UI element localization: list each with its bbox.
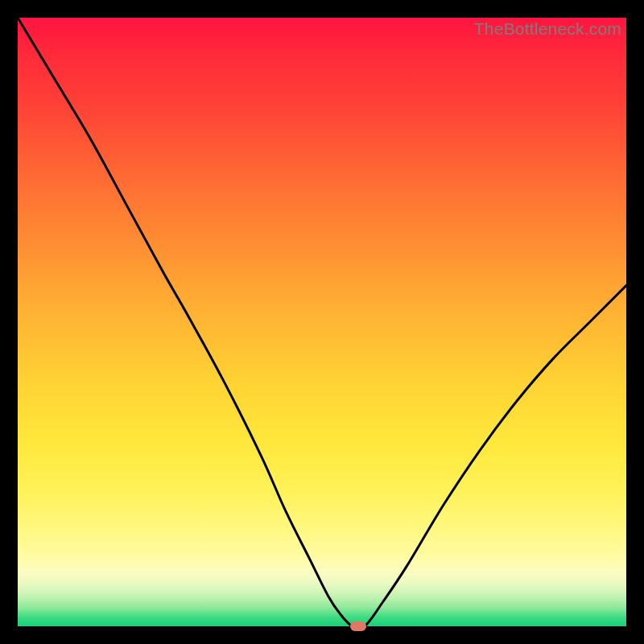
minimum-marker [350, 621, 366, 631]
watermark-text: TheBottleneck.com [474, 19, 621, 39]
curve-svg [18, 18, 626, 626]
plot-area: TheBottleneck.com [18, 18, 626, 626]
bottleneck-curve-path [18, 18, 626, 629]
chart-frame: TheBottleneck.com [0, 0, 644, 644]
